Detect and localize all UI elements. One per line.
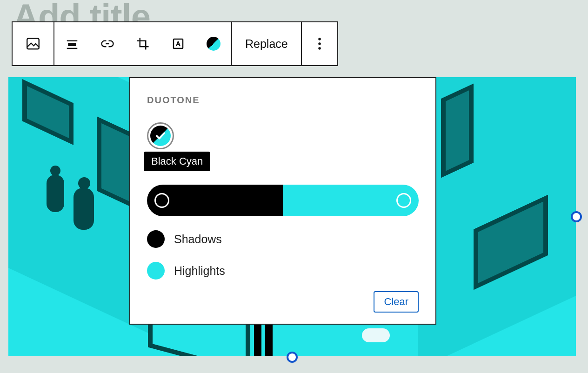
shadows-color-dot [147,230,165,248]
highlights-color-dot [147,262,165,280]
align-icon [65,37,79,51]
clear-button[interactable]: Clear [374,291,419,313]
swatch-tooltip: Black Cyan [144,152,210,171]
duotone-swatch-black-cyan[interactable]: Black Cyan [147,122,174,149]
block-toolbar: Replace [12,21,338,66]
link-icon [100,37,114,51]
duotone-heading: DUOTONE [147,95,419,106]
highlights-label: Highlights [174,264,225,278]
shadows-color-row[interactable]: Shadows [147,230,419,248]
svg-rect-1 [67,40,78,42]
highlights-color-row[interactable]: Highlights [147,262,419,280]
svg-rect-0 [27,39,39,49]
text-overlay-button[interactable] [160,22,196,65]
svg-rect-3 [67,48,78,49]
resize-handle-bottom[interactable] [287,352,298,363]
gradient-handle-highlights[interactable] [396,193,411,208]
duotone-popover: DUOTONE Black Cyan Shadows Highlights Cl… [129,77,436,325]
replace-button[interactable]: Replace [232,22,301,65]
block-type-button[interactable] [13,22,53,65]
shadows-label: Shadows [174,233,222,246]
duotone-gradient-bar[interactable] [147,185,419,216]
svg-point-7 [318,47,321,50]
text-overlay-icon [171,37,185,51]
gradient-handle-shadows[interactable] [154,193,169,208]
resize-handle-right[interactable] [571,211,582,222]
duotone-button[interactable] [196,22,231,65]
svg-rect-2 [68,43,76,46]
duotone-swatch-icon [150,126,171,146]
link-button[interactable] [90,22,125,65]
duotone-icon [207,37,220,51]
image-icon [25,36,41,52]
svg-point-5 [318,38,321,40]
svg-rect-4 [174,39,183,48]
svg-point-6 [318,42,321,45]
more-vertical-icon [318,37,321,51]
align-button[interactable] [54,22,90,65]
crop-icon [136,37,150,51]
more-options-button[interactable] [302,22,337,65]
crop-button[interactable] [125,22,160,65]
